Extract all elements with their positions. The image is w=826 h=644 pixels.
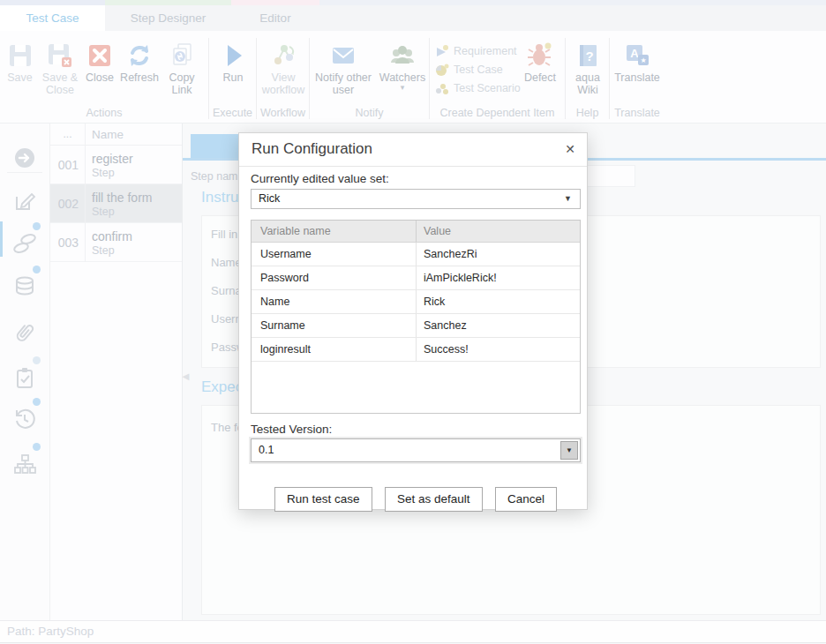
ribbon-group-create-dependent-item: Requirement Test Case Test Scenario (430, 38, 566, 119)
chevron-down-icon: ▼ (564, 194, 572, 203)
variable-value-cell: iAmPickleRick! (417, 266, 580, 289)
instructions-line: Fill in (211, 228, 237, 241)
save-and-close-label: Save & Close (40, 71, 80, 96)
step-name: register (92, 152, 133, 166)
step-row-003[interactable]: 003 confirm Step (50, 223, 182, 262)
run-button[interactable]: Run (209, 38, 257, 103)
arrow-circle-icon (13, 146, 36, 169)
ribbon-group-notify: Notify other user Watchers ▾ Notify (310, 38, 430, 119)
ribbon-group-execute-label: Execute (209, 107, 256, 119)
aqua-wiki-label: aqua Wiki (566, 71, 610, 96)
variables-table: Variable name Value Username SanchezRi P… (251, 220, 581, 414)
create-test-scenario-label: Test Scenario (454, 82, 521, 94)
steps-notification-dot (33, 222, 41, 230)
save-and-close-button[interactable]: Save & Close (40, 38, 80, 103)
sidebar-active-indicator (0, 221, 3, 257)
edit-icon (13, 190, 36, 213)
sidebar-item-tasks[interactable] (0, 359, 49, 398)
create-requirement-button[interactable]: Requirement (435, 41, 521, 60)
create-test-case-button[interactable]: Test Case (435, 60, 521, 79)
run-label: Run (209, 71, 257, 84)
tested-version-dropdown[interactable]: 0.1 ▼ (251, 438, 581, 462)
data-notification-dot (33, 266, 41, 273)
table-row[interactable]: Password iAmPickleRick! (252, 266, 580, 290)
ribbon-group-help: ? aqua Wiki Help (566, 38, 610, 119)
close-button[interactable]: Close (80, 38, 119, 103)
instructions-heading: Instru (201, 189, 239, 206)
svg-text:A: A (630, 47, 639, 60)
dialog-title: Run Configuration (252, 140, 372, 158)
envelope-icon (329, 41, 357, 70)
status-bar: Path: PartyShop (0, 620, 826, 643)
value-set-selected: Rick (259, 192, 280, 205)
save-label: Save (0, 71, 40, 84)
view-workflow-button[interactable]: View workflow (257, 38, 310, 103)
create-test-scenario-button[interactable]: Test Scenario (435, 79, 521, 97)
tasks-icon (13, 366, 36, 389)
svg-text:★: ★ (640, 56, 646, 64)
cancel-button[interactable]: Cancel (495, 487, 557, 512)
svg-text:?: ? (585, 49, 593, 64)
defect-button[interactable]: Defect (518, 38, 562, 103)
value-set-dropdown[interactable]: Rick ▼ (251, 189, 581, 209)
aqua-wiki-button[interactable]: ? aqua Wiki (566, 38, 610, 103)
instructions-line: Surna (211, 284, 242, 297)
breadcrumb-path: Path: PartyShop (7, 625, 94, 638)
run-test-case-button[interactable]: Run test case (274, 487, 372, 512)
table-row[interactable]: Name Rick (252, 290, 580, 314)
sidebar-item-history[interactable] (0, 401, 49, 439)
steps-icon (13, 232, 36, 255)
tab-editor[interactable]: Editor (231, 5, 319, 31)
watchers-button[interactable]: Watchers ▾ (377, 38, 428, 103)
tab-step-designer[interactable]: Step Designer (105, 5, 231, 31)
set-as-default-button[interactable]: Set as default (385, 487, 483, 512)
test-case-icon (435, 63, 449, 77)
table-row[interactable]: Surname Sanchez (252, 314, 580, 338)
step-list-header-name: Name (92, 124, 124, 146)
step-name: confirm (92, 229, 132, 243)
variable-value-cell: Success! (417, 338, 580, 361)
sidebar-item-edit[interactable] (0, 183, 49, 221)
create-requirement-label: Requirement (454, 45, 517, 57)
step-name: fill the form (92, 191, 152, 205)
step-number: 001 (50, 146, 86, 184)
database-icon (13, 275, 36, 298)
ribbon-group-help-label: Help (566, 107, 609, 119)
sidebar-item-attachments[interactable] (0, 314, 49, 353)
ribbon-group-actions-label: Actions (0, 107, 208, 119)
ribbon-toolbar: Save Save & Close Close Refresh (0, 31, 826, 124)
refresh-button[interactable]: Refresh (119, 38, 160, 103)
history-notification-dot (33, 398, 41, 406)
run-icon (219, 41, 247, 70)
table-row[interactable]: loginresult Success! (252, 338, 580, 362)
sidebar-item-data[interactable] (0, 268, 49, 307)
save-button[interactable]: Save (0, 38, 40, 103)
hierarchy-icon (13, 453, 36, 476)
hierarchy-notification-dot (33, 443, 41, 451)
notify-other-user-label: Notify other user (312, 71, 375, 96)
translate-label: Translate (610, 71, 665, 84)
step-number: 003 (50, 223, 86, 262)
run-configuration-dialog: Run Configuration ✕ Currently edited val… (238, 132, 588, 510)
ribbon-group-workflow: View workflow Workflow (257, 38, 310, 119)
step-list: ... Name 001 register Step 002 fill the … (50, 124, 183, 620)
notify-other-user-button[interactable]: Notify other user (312, 38, 375, 103)
step-row-002[interactable]: 002 fill the form Step (50, 184, 182, 223)
dropdown-button[interactable]: ▼ (560, 441, 578, 460)
copy-link-button[interactable]: Copy Link (160, 38, 204, 103)
table-row[interactable]: Username SanchezRi (252, 243, 580, 266)
translate-button[interactable]: A★ Translate (610, 38, 665, 103)
step-list-header: ... Name (50, 124, 182, 146)
close-icon[interactable]: ✕ (560, 139, 580, 159)
requirement-icon (435, 44, 449, 58)
sidebar-item-steps[interactable] (0, 225, 49, 264)
ribbon-group-workflow-label: Workflow (257, 107, 309, 119)
step-list-header-index: ... (50, 124, 86, 146)
step-row-001[interactable]: 001 register Step (50, 146, 182, 184)
sidebar-item-hierarchy[interactable] (0, 446, 49, 484)
step-type: Step (92, 167, 115, 179)
tab-test-case[interactable]: Test Case (0, 5, 105, 31)
collapse-panel-arrow-icon[interactable]: ◄ (180, 370, 191, 383)
test-scenario-icon (435, 81, 449, 95)
variable-name-header: Variable name (252, 221, 417, 242)
